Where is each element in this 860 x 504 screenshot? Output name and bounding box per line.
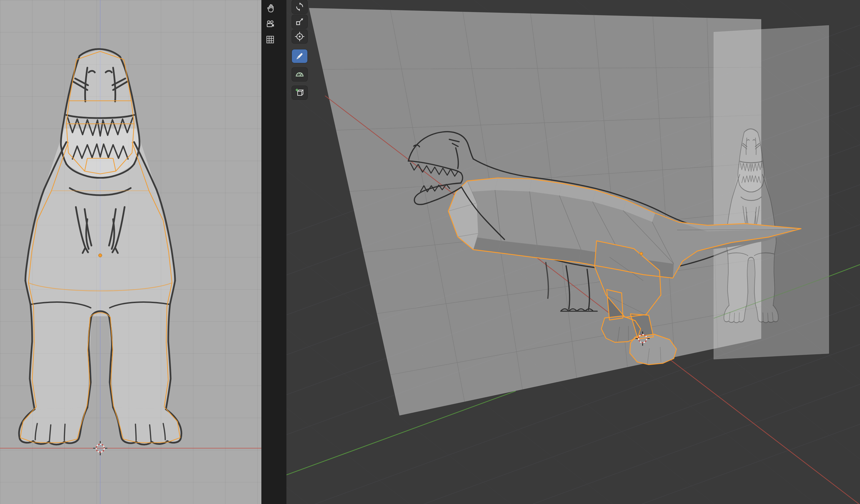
rotate-tool-button[interactable]: [292, 0, 307, 14]
transform-icon: [295, 31, 305, 42]
pencil-icon: [295, 51, 305, 61]
scale-icon: [295, 17, 305, 27]
rotate-icon: [295, 2, 305, 12]
blender-window: [0, 0, 860, 504]
add-cube-icon: [295, 88, 305, 98]
measure-tool-button[interactable]: [292, 68, 307, 81]
protractor-icon: [295, 69, 305, 79]
object-origin-dot: [640, 252, 643, 255]
add-cube-tool-button[interactable]: [292, 86, 307, 100]
viewport-artwork: [0, 0, 860, 504]
y-axis-right-segment: [829, 265, 860, 276]
transform-tool-button[interactable]: [292, 30, 307, 43]
annotate-tool-button[interactable]: [292, 49, 307, 63]
object-origin-dot: [99, 254, 102, 257]
scale-tool-button[interactable]: [292, 15, 307, 28]
